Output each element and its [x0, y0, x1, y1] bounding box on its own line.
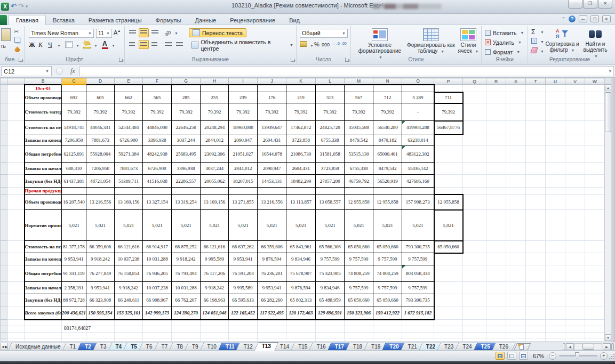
cell-K-r14[interactable]: 75 678,907	[286, 265, 316, 282]
empty-cell[interactable]	[143, 333, 172, 338]
workbook-close-icon[interactable]: ✕	[602, 15, 611, 22]
cell-P-r2[interactable]: 711	[434, 92, 463, 103]
column-header-D[interactable]: D	[86, 78, 115, 85]
cell-M-r11[interactable]: 5,021	[345, 210, 373, 241]
row-label[interactable]: Запасы на начало периода, руб.	[25, 282, 62, 294]
empty-cell[interactable]	[62, 338, 86, 342]
fill-color-icon[interactable]	[83, 41, 91, 46]
cell-J-r1[interactable]	[258, 85, 286, 92]
cell-O-r2[interactable]: 5 289	[402, 92, 434, 103]
empty-cell[interactable]	[486, 333, 506, 338]
empty-cell[interactable]	[143, 320, 172, 326]
empty-cell[interactable]	[201, 320, 229, 326]
cut-icon[interactable]: ✂	[14, 28, 19, 35]
cell-F-r8[interactable]: 41516,038	[143, 175, 172, 188]
cell-W[interactable]	[585, 121, 605, 134]
cell-F-r3[interactable]: 79,392	[143, 103, 172, 121]
cell-F-r7[interactable]: 6726,900	[143, 163, 172, 175]
font-dialog-launcher[interactable]	[119, 58, 123, 62]
cell-I-r1[interactable]	[229, 85, 258, 92]
cell-D-r6[interactable]: 55928,004	[86, 146, 115, 163]
cell-V[interactable]	[565, 253, 585, 265]
empty-cell[interactable]	[546, 326, 565, 333]
cell-V[interactable]	[565, 306, 585, 320]
cell-G-r5[interactable]: 3037,244	[172, 134, 201, 146]
empty-cell[interactable]	[345, 333, 373, 338]
cell-L-r5[interactable]: 6755,338	[316, 134, 345, 146]
empty-cell[interactable]	[345, 320, 373, 326]
cell-C-r5[interactable]: 7206,950	[62, 134, 86, 146]
cell-R[interactable]	[486, 121, 506, 134]
paste-label-stub[interactable]: ть	[1, 43, 6, 49]
cell-W[interactable]	[585, 210, 605, 241]
cell-A[interactable]	[7, 85, 25, 92]
cell-H-r17[interactable]: 124 051,948	[201, 306, 229, 320]
cell-K-r2[interactable]: 219	[286, 92, 316, 103]
grow-font-icon[interactable]: A▲	[114, 29, 121, 36]
cell-R[interactable]	[486, 175, 506, 188]
cell-D-r17[interactable]: 150 595,354	[86, 306, 115, 320]
fill-dropdown-icon[interactable]: ▼	[94, 44, 98, 47]
orientation-icon[interactable]: ab	[163, 29, 172, 38]
cell-L-r14[interactable]: 75 323,905	[316, 265, 345, 282]
cell-D-r8[interactable]: 48721,054	[86, 175, 115, 188]
cell-D-r15[interactable]: 9 953,941	[86, 282, 115, 294]
cell-A[interactable]	[7, 121, 25, 134]
cell-M-r7[interactable]: 6755,338	[345, 163, 373, 175]
cell-O-r1[interactable]	[402, 85, 434, 92]
cell-Q[interactable]	[463, 134, 486, 146]
worksheet-grid[interactable]: BCDEFGHIJKLMNOPQRSTUVW19ст-01Объем произ…	[0, 78, 604, 341]
column-header-V[interactable]: V	[565, 78, 585, 85]
cell-G-r2[interactable]: 285	[172, 92, 201, 103]
increase-decimal-icon[interactable]: ←,0	[333, 42, 340, 45]
cell-Q[interactable]	[463, 85, 486, 92]
page-break-view-button[interactable]	[519, 352, 528, 360]
cell-K-r8[interactable]: 18482,299	[286, 175, 316, 188]
cell-U[interactable]	[546, 195, 565, 210]
cell-A[interactable]	[7, 163, 25, 175]
cell-N-r11[interactable]: 5,021	[373, 210, 402, 241]
row-label[interactable]: Общая потребность, млн. руб.	[25, 146, 62, 163]
alignment-dialog-launcher[interactable]	[291, 58, 295, 62]
cell-C-r17[interactable]: 200 436,621	[62, 306, 86, 320]
empty-cell[interactable]	[172, 320, 201, 326]
row-label[interactable]: Запасы на начало периода, млн. руб.	[25, 163, 62, 175]
cell-W[interactable]	[585, 146, 605, 163]
cell-Q[interactable]	[463, 241, 486, 253]
empty-cell[interactable]	[316, 326, 345, 333]
cell-H-r10[interactable]: 13 169,156	[201, 195, 229, 210]
cell-N-r13[interactable]: 9 757,599	[373, 253, 402, 265]
cell-Q[interactable]	[463, 121, 486, 134]
horizontal-scroll-track[interactable]	[574, 343, 602, 350]
cell-O-r15[interactable]: 9 757,599	[402, 282, 434, 294]
empty-cell[interactable]	[506, 338, 526, 342]
percent-style-button[interactable]: %	[314, 41, 320, 47]
cell-S[interactable]	[506, 306, 526, 320]
cell-I-r12[interactable]: 66 637,262	[229, 241, 258, 253]
empty-cell[interactable]	[526, 320, 546, 326]
cell-I-r15[interactable]: 9 995,589	[229, 282, 258, 294]
cell-N-r10[interactable]: 12 955,858	[373, 195, 402, 210]
empty-cell[interactable]	[229, 326, 258, 333]
cell-G-r4[interactable]: 22646,250	[172, 121, 201, 134]
vertical-scroll-thumb[interactable]	[605, 92, 611, 132]
cell-V[interactable]	[565, 210, 585, 241]
cell-F-r13[interactable]: 10 031,288	[143, 253, 172, 265]
cell-R[interactable]	[486, 85, 506, 92]
cell-N-r14[interactable]: 74 808,259	[373, 265, 402, 282]
cell-S[interactable]	[506, 188, 526, 195]
cell-P-r5[interactable]	[434, 134, 463, 146]
column-header-N[interactable]: N	[373, 78, 402, 85]
cell-W[interactable]	[585, 253, 605, 265]
empty-cell[interactable]	[526, 326, 546, 333]
row-label[interactable]: Стоимость на период,млн. руб.	[25, 241, 62, 253]
cell-D-r5[interactable]: 7881,673	[86, 134, 115, 146]
empty-cell[interactable]	[115, 338, 143, 342]
underline-button[interactable]: Ч	[48, 41, 52, 49]
cell-W[interactable]	[585, 175, 605, 188]
cell-Q[interactable]	[463, 265, 486, 282]
column-header-Q[interactable]: Q	[463, 78, 486, 85]
cell-P-r10[interactable]: 12 955,858	[434, 195, 463, 210]
row-label[interactable]: Норматив прямых материалов по прочей про…	[25, 210, 62, 241]
empty-cell[interactable]	[258, 338, 286, 342]
